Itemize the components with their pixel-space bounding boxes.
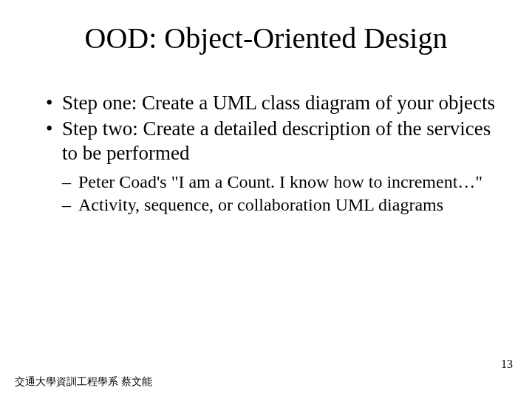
bullet-item: Step one: Create a UML class diagram of …	[41, 91, 497, 115]
slide-content: Step one: Create a UML class diagram of …	[35, 91, 497, 216]
bullet-list: Step one: Create a UML class diagram of …	[41, 91, 497, 166]
sub-bullet-list: Peter Coad's "I am a Count. I know how t…	[62, 171, 497, 216]
footer-attribution: 交通大學資訓工程學系 蔡文能	[15, 375, 152, 389]
slide-title: OOD: Object-Oriented Design	[35, 21, 497, 55]
bullet-item: Step two: Create a detailed description …	[41, 117, 497, 166]
page-number: 13	[501, 358, 513, 371]
sub-bullet-item: Peter Coad's "I am a Count. I know how t…	[62, 171, 497, 193]
sub-bullet-item: Activity, sequence, or collaboration UML…	[62, 194, 497, 216]
slide-container: OOD: Object-Oriented Design Step one: Cr…	[0, 0, 532, 399]
